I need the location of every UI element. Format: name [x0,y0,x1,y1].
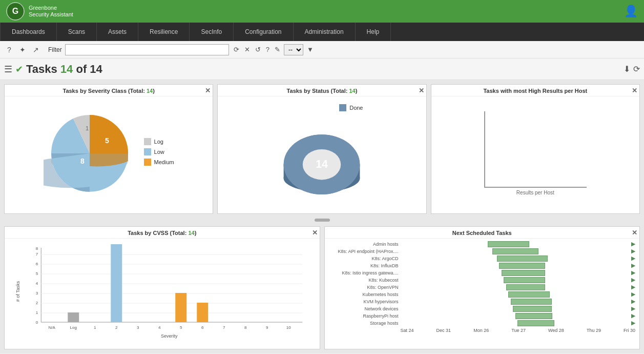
svg-text:8: 8 [244,325,247,330]
toolbar: ? ✦ ↗ Filter ⟳ ✕ ↺ ? ✎ -- ▼ [0,41,644,58]
y-label: # of Tasks [15,281,20,302]
severity-close[interactable]: ✕ [205,87,211,94]
gantt-bar-area-openvpn [401,284,631,290]
gantt-label-istio: K8s: Istio ingress gatewa.... [329,270,401,276]
gantt-row-istio: K8s: Istio ingress gatewa.... ▶ [329,269,636,276]
gantt-bar-area-k8s [401,291,631,298]
gantt-arrow-storage: ▶ [631,320,635,326]
severity-panel: Tasks by Severity Class (Total: 14) ✕ [4,84,213,214]
wizard-icon[interactable]: ✦ [17,45,28,55]
high-results-header: Tasks with most High Results per Host [431,85,639,96]
gantt-bar-openvpn [506,284,545,290]
gantt-bar-area-raspberry [401,313,631,319]
nav-assets[interactable]: Assets [97,23,138,41]
filter-label: Filter [48,46,62,53]
gantt-bar-k8s [508,291,550,298]
page-title: Tasks 14 of 14 [26,63,102,76]
svg-text:0: 0 [36,320,38,325]
nav-configuration[interactable]: Configuration [234,23,293,41]
log-label: 1 [86,125,89,131]
severity-chart-area: 8 5 1 Log Low [38,102,179,205]
svg-text:N/A: N/A [49,325,56,330]
download-icon[interactable]: ⬇ [624,64,630,74]
gantt-row-api: K8s: API endpoint (HAProx.... ▶ [329,248,636,254]
gantt-bar-area-influxdb [401,263,631,269]
gantt-arrow-istio: ▶ [631,269,635,276]
nav-scans[interactable]: Scans [57,23,97,41]
svg-text:14: 14 [316,158,328,170]
status-body: Done [218,96,426,210]
gantt-arrow-openvpn: ▶ [631,284,635,290]
gantt-bar-area-argocd [401,255,631,262]
cvss-svg: # of Tasks 0 1 2 3 4 5 6 7 8 [13,243,316,340]
svg-text:7: 7 [36,252,38,257]
user-icon[interactable]: 👤 [624,5,638,18]
log-color [144,138,151,145]
svg-text:6: 6 [36,262,38,266]
gantt-row-adminhost: Admin hosts ▶ [329,241,636,247]
filter-help-icon[interactable]: ? [264,45,271,54]
gantt-label-kubecost: K8s: Kubecost [329,278,401,283]
filter-controls: ⟳ ✕ ↺ ? ✎ -- ▼ [232,44,315,55]
gantt-x-dec31: Dec 31 [437,328,451,333]
svg-text:2: 2 [115,325,118,330]
empty-chart: Results per Host [480,107,591,200]
filter-select[interactable]: -- [284,44,303,55]
filter-refresh-icon[interactable]: ⟳ [232,45,241,54]
scrollbar-indicator [315,219,330,222]
svg-text:Log: Log [70,325,77,330]
gantt-label-argocd: K8s: ArgoCD [329,256,401,261]
filter-clear-icon[interactable]: ✕ [243,45,252,54]
nav-help[interactable]: Help [356,23,391,41]
svg-text:6: 6 [201,325,204,330]
status-close[interactable]: ✕ [419,87,424,94]
high-results-close[interactable]: ✕ [632,87,637,94]
filter-input[interactable] [65,44,229,55]
gantt-area: Admin hosts ▶ K8s: API endpoint (HAProx.… [325,239,640,336]
svg-text:1: 1 [94,325,96,330]
svg-text:G: G [12,7,18,15]
gantt-row-network: Network devices ▶ [329,305,636,312]
scheduled-close[interactable]: ✕ [632,229,637,237]
low-label: 8 [80,157,85,165]
nav-dashboards[interactable]: Dashboards [0,23,57,41]
gantt-row-raspberry: RaspberryPi host ▶ [329,312,636,319]
gantt-label-api: K8s: API endpoint (HAProx.... [329,249,401,254]
app-subtitle: Security Assistant [29,11,73,18]
nav-administration[interactable]: Administration [294,23,356,41]
gantt-x-thu29: Thu 29 [587,328,601,333]
gantt-arrow-influxdb: ▶ [631,262,635,269]
svg-text:9: 9 [266,325,268,330]
row-1: Tasks by Severity Class (Total: 14) ✕ [4,84,640,214]
gantt-arrow-adminhost: ▶ [631,241,635,247]
gantt-x-sat24: Sat 24 [401,328,414,333]
nav-resilience[interactable]: Resilience [138,23,190,41]
gantt-bar-area-api [401,248,631,254]
status-chart-area: Done [260,99,383,208]
nav-secinfo[interactable]: SecInfo [190,23,234,41]
filter-dropdown-icon[interactable]: ▼ [305,45,315,54]
gantt-bar-raspberry [515,313,552,319]
gantt-label-openvpn: K8s: OpenVPN [329,285,401,290]
gantt-bar-area-istio [401,270,631,276]
filter-edit-icon[interactable]: ✎ [273,45,282,54]
gantt-bar-area-network [401,306,631,312]
gantt-label-network: Network devices [329,306,401,311]
svg-text:5: 5 [36,271,38,276]
cvss-close[interactable]: ✕ [312,229,318,237]
medium-color [144,159,151,166]
gantt-arrow-kvm: ▶ [631,298,635,305]
gantt-bar-adminhost [488,241,529,247]
bar-5 [175,293,186,322]
refresh-icon[interactable]: ⟳ [633,64,640,74]
help-icon[interactable]: ? [4,45,14,55]
svg-text:5: 5 [180,325,182,330]
severity-pie: 8 5 1 [44,107,136,200]
gantt-label-storage: Storage hosts [329,321,401,326]
export-icon[interactable]: ↗ [31,45,41,55]
svg-text:3: 3 [36,291,38,296]
filter-reset-icon[interactable]: ↺ [254,45,262,54]
gantt-bar-argocd [497,255,548,262]
gantt-label-k8s: Kubernetes hosts [329,292,401,297]
svg-text:1: 1 [36,310,38,315]
